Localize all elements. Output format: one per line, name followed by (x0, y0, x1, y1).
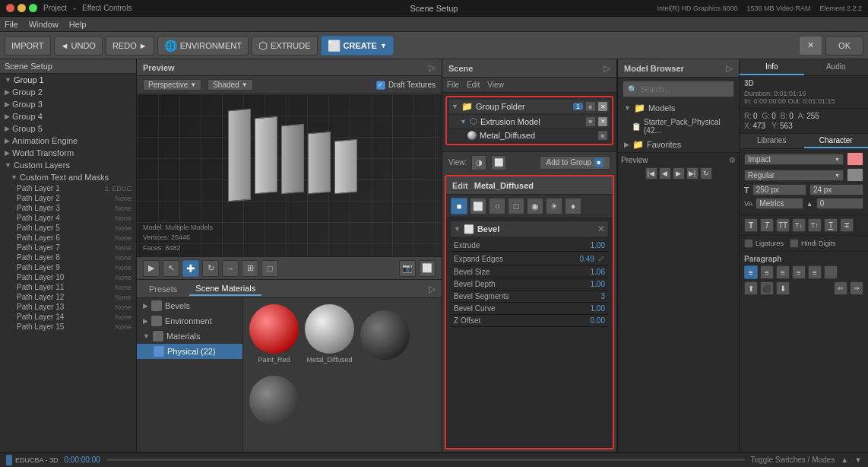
align-top[interactable]: ⬆ (744, 281, 758, 295)
materials-item[interactable]: ▼ Materials (137, 329, 242, 344)
path-layer-9[interactable]: Path Layer 9 None (0, 262, 136, 272)
preview-canvas[interactable]: Model: Multiple Models Vertices: 25446 F… (137, 94, 442, 256)
path-layer-1[interactable]: Path Layer 1 2. EDUC (0, 183, 136, 193)
edit-texture-btn[interactable]: ♦ (565, 198, 581, 214)
path-layer-3[interactable]: Path Layer 3 None (0, 203, 136, 213)
bevel-curve-value[interactable]: 1.00 (582, 304, 605, 313)
align-center[interactable]: ≡ (760, 265, 774, 279)
bevel-depth-value[interactable]: 1.00 (582, 280, 605, 288)
metal-diffused-swatch[interactable]: Metal_Diffused (305, 304, 354, 364)
path-layer-12[interactable]: Path Layer 12 None (0, 292, 136, 302)
bevel-close-icon[interactable]: ✕ (597, 224, 605, 234)
scene-file[interactable]: File (447, 81, 459, 89)
menu-file[interactable]: File (5, 20, 18, 29)
align-middle[interactable]: ⬛ (760, 281, 774, 295)
type-subscript-btn[interactable]: T↓ (792, 218, 806, 232)
environment-button[interactable]: 🌐 ENVIRONMENT (157, 36, 249, 56)
frame-btn[interactable]: □ (261, 260, 278, 277)
type-superscript-btn[interactable]: T↑ (808, 218, 822, 232)
physical-item[interactable]: Physical (22) (137, 344, 242, 359)
type-underline-btn[interactable]: T (824, 218, 838, 232)
edit-refraction-btn[interactable]: ○ (489, 198, 505, 214)
timeline-bar[interactable] (106, 459, 745, 461)
menu-help[interactable]: Help (69, 20, 87, 29)
align-justify[interactable]: ≡ (792, 265, 806, 279)
ltr-btn[interactable]: ⇒ (850, 281, 863, 295)
path-layer-7[interactable]: Path Layer 7 None (0, 243, 136, 253)
bevel-expand-edges-value[interactable]: 0.49 (572, 255, 594, 263)
scene-materials-tab[interactable]: Scene Materials (189, 282, 261, 296)
close-traffic-light[interactable] (6, 4, 14, 12)
tree-item-group1[interactable]: ▼ Group 1 (0, 74, 136, 86)
path-layer-4[interactable]: Path Layer 4 None (0, 213, 136, 223)
add-to-group-btn[interactable]: Add to Group ■ (540, 156, 610, 170)
font-size-field[interactable]: 250 px (752, 184, 806, 195)
rotate-btn[interactable]: ↻ (202, 260, 219, 277)
scene-view[interactable]: View (487, 81, 504, 89)
transport-start[interactable]: |◀ (645, 167, 657, 179)
expand-browser-icon[interactable]: ▷ (726, 63, 733, 74)
edit-diffuse-btn[interactable]: ■ (451, 198, 467, 214)
search-input[interactable] (640, 85, 729, 94)
align-none[interactable] (824, 265, 838, 279)
view-icon-1[interactable]: ◑ (471, 155, 486, 170)
tracking-field[interactable]: Metrics (756, 198, 803, 209)
tree-item-custom-layers[interactable]: ▼ Custom Layers (0, 159, 136, 171)
bevel-header-row[interactable]: ▼ ⬜ Bevel ✕ (451, 221, 608, 237)
fullscreen-btn[interactable]: ⬜ (419, 260, 436, 277)
shading-select[interactable]: Shaded ▼ (207, 79, 252, 91)
metal-diffused-row[interactable]: Metal_Diffused ■ (449, 129, 610, 141)
path-layer-14[interactable]: Path Layer 14 None (0, 312, 136, 322)
type-bold-btn[interactable]: T (744, 218, 758, 232)
transport-play[interactable]: ▶ (673, 167, 685, 179)
font-color-swatch[interactable] (847, 152, 863, 166)
type-strike-btn[interactable]: T̶ (840, 218, 854, 232)
bevel-extrude-value[interactable]: 1.00 (582, 241, 605, 249)
paint-red-swatch[interactable]: Paint_Red (249, 304, 299, 364)
bevel-segments-value[interactable]: 3 (582, 292, 605, 300)
align-right[interactable]: ≡ (776, 265, 790, 279)
tab-info[interactable]: Info (740, 59, 804, 75)
models-folder[interactable]: ▼ 📁 Models (618, 100, 739, 116)
view-icon-2[interactable]: ⬜ (491, 155, 506, 170)
type-upper-btn[interactable]: TT (776, 218, 790, 232)
bevels-item[interactable]: ▶ Bevels (137, 298, 242, 313)
minimize-traffic-light[interactable] (17, 4, 26, 12)
bevel-zoffset-value[interactable]: 0.00 (582, 316, 605, 325)
edit-illum-btn[interactable]: ☀ (546, 198, 562, 214)
group-folder-visibility[interactable]: ■ (586, 102, 595, 111)
camera-select[interactable]: Perspective ▼ (143, 79, 201, 91)
tree-item-group4[interactable]: ▶ Group 4 (0, 110, 136, 122)
move-handle-icon[interactable]: ⤢ (597, 253, 605, 264)
preview-settings-icon[interactable]: ⚙ (729, 156, 736, 164)
redo-button[interactable]: REDO ► (106, 36, 154, 56)
font-style-select[interactable]: Regular ▼ (744, 170, 844, 181)
bevel-size-value[interactable]: 1.06 (582, 268, 605, 276)
rtl-btn[interactable]: ⇐ (834, 281, 847, 295)
starter-pack-item[interactable]: 📋 Starter_Pack_Physical (42... (618, 116, 739, 137)
path-layer-15[interactable]: Path Layer 15 None (0, 322, 136, 332)
extrusion-close[interactable]: ✕ (598, 117, 607, 126)
grid-btn[interactable]: ⊞ (242, 260, 258, 277)
environment-item[interactable]: ▶ Environment (137, 313, 242, 329)
menu-window[interactable]: Window (29, 20, 59, 29)
edit-bump-btn[interactable]: □ (508, 198, 524, 214)
align-force[interactable]: ≡ (808, 265, 822, 279)
select-btn[interactable]: ↖ (163, 260, 179, 277)
ok-button[interactable]: OK (825, 36, 863, 56)
move-btn[interactable]: → (222, 260, 239, 277)
transport-prev[interactable]: ◀ (659, 167, 671, 179)
scene-edit[interactable]: Edit (467, 81, 480, 89)
expand-preview-icon[interactable]: ▷ (429, 62, 436, 73)
draft-textures-checkbox[interactable]: ✓ Draft Textures (376, 81, 436, 90)
undo-button[interactable]: ◄ UNDO (54, 36, 103, 56)
snapshot-btn[interactable]: 📷 (399, 260, 416, 277)
close-scene-button[interactable]: ✕ (799, 36, 822, 56)
font-texture-swatch[interactable] (847, 168, 863, 182)
tree-item-group2[interactable]: ▶ Group 2 (0, 86, 136, 98)
path-layer-10[interactable]: Path Layer 10 None (0, 272, 136, 282)
align-bottom[interactable]: ⬇ (776, 281, 790, 295)
transport-next[interactable]: ▶| (686, 167, 699, 179)
favorites-folder[interactable]: ▶ 📁 Favorites (618, 137, 739, 152)
kerning-field[interactable]: 0 (816, 198, 863, 209)
